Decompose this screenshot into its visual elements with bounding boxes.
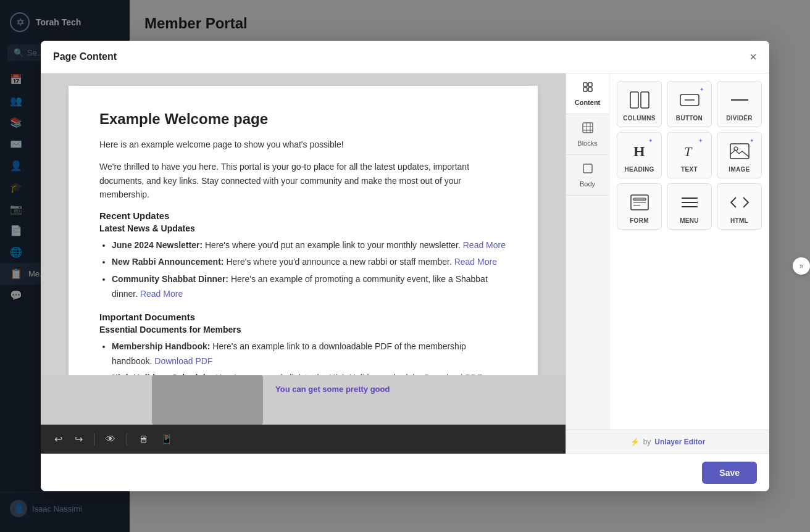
desktop-button[interactable]: 🖥 xyxy=(135,431,152,447)
modal-overlay: Page Content × Example Welcome page Here… xyxy=(0,0,810,532)
divider-icon xyxy=(730,89,749,111)
doc-1-bold: Membership Handbook: xyxy=(112,341,210,351)
html-label: HTML xyxy=(730,217,748,224)
text-icon: T xyxy=(681,140,698,162)
block-button[interactable]: BUTTON xyxy=(667,81,712,127)
panel-tab-content[interactable]: Content xyxy=(566,73,609,114)
page-intro: Here is an example welcome page to show … xyxy=(99,138,507,151)
button-icon xyxy=(680,89,699,111)
right-panel: Content xyxy=(566,73,769,454)
unlayer-footer: ⚡ by Unlayer Editor xyxy=(566,430,769,454)
svg-rect-2 xyxy=(583,88,587,91)
block-menu[interactable]: MENU xyxy=(667,183,712,230)
preview-button[interactable]: 👁 xyxy=(102,431,119,447)
svg-point-18 xyxy=(734,147,738,151)
editor-content[interactable]: Example Welcome page Here is an example … xyxy=(41,73,566,375)
update-2-link[interactable]: Read More xyxy=(454,257,497,267)
documents-list: Membership Handbook: Here's an example l… xyxy=(112,339,507,375)
block-divider[interactable]: DIVIDER xyxy=(717,81,762,127)
text-label: TEXT xyxy=(681,166,698,173)
divider-label: DIVIDER xyxy=(726,115,753,122)
update-1-link[interactable]: Read More xyxy=(463,240,506,250)
section1-heading: Recent Updates xyxy=(99,210,507,221)
list-item: Membership Handbook: Here's an example l… xyxy=(112,339,507,369)
list-item: New Rabbi Announcement: Here's where you… xyxy=(112,255,507,270)
svg-rect-10 xyxy=(630,92,638,108)
page-card: Example Welcome page Here is an example … xyxy=(69,86,538,375)
editor-preview-strip: You can get some pretty good xyxy=(41,375,566,425)
save-button[interactable]: Save xyxy=(702,462,757,484)
button-label: BUTTON xyxy=(676,115,703,122)
list-item: Community Shabbat Dinner: Here's an exam… xyxy=(112,272,507,302)
block-html[interactable]: HTML xyxy=(717,183,762,230)
redo-button[interactable]: ↪ xyxy=(71,431,86,447)
modal-close-button[interactable]: × xyxy=(749,51,757,63)
panel-tab-sidebar: Content xyxy=(566,73,609,430)
toolbar-separator xyxy=(94,433,94,446)
powered-by-text: by xyxy=(643,438,651,446)
toolbar-separator-2 xyxy=(127,433,127,446)
update-2-bold: New Rabbi Announcement: xyxy=(112,257,224,267)
svg-text:T: T xyxy=(684,144,693,159)
heading-label: HEADING xyxy=(624,166,654,173)
blocks-tab-label: Blocks xyxy=(577,139,597,147)
modal: Page Content × Example Welcome page Here… xyxy=(41,41,769,491)
update-3-link[interactable]: Read More xyxy=(140,289,183,299)
svg-rect-9 xyxy=(583,164,592,173)
form-icon xyxy=(630,191,649,214)
block-image[interactable]: IMAGE xyxy=(717,132,762,178)
content-tab-icon xyxy=(582,81,594,96)
list-item: High Holidays Schedule: Here's an exampl… xyxy=(112,371,507,375)
html-icon xyxy=(730,191,749,214)
svg-rect-17 xyxy=(730,144,749,159)
columns-icon xyxy=(630,89,649,111)
section2-heading: Important Documents xyxy=(99,312,507,322)
panel-main: COLUMNS BUTTON xyxy=(609,73,769,430)
section1-subheading: Latest News & Updates xyxy=(99,223,507,233)
panel-content: Content xyxy=(566,73,769,430)
image-label: IMAGE xyxy=(729,166,749,173)
update-1-bold: June 2024 Newsletter: xyxy=(112,240,203,250)
heading-icon: H xyxy=(631,140,648,162)
editor-area: Example Welcome page Here is an example … xyxy=(41,73,566,454)
menu-label: MENU xyxy=(680,217,699,224)
undo-button[interactable]: ↩ xyxy=(51,431,66,447)
update-3-bold: Community Shabbat Dinner: xyxy=(112,274,228,284)
page-heading: Example Welcome page xyxy=(99,110,507,128)
blocks-grid: COLUMNS BUTTON xyxy=(617,81,762,230)
block-columns[interactable]: COLUMNS xyxy=(617,81,662,127)
doc-1-link[interactable]: Download PDF xyxy=(154,356,212,366)
form-label: FORM xyxy=(630,217,649,224)
preview-image xyxy=(152,375,263,425)
modal-header: Page Content × xyxy=(41,41,769,73)
image-icon xyxy=(730,140,749,162)
lightning-icon: ⚡ xyxy=(630,438,640,446)
body-tab-label: Body xyxy=(580,180,595,188)
panel-tab-body[interactable]: Body xyxy=(566,155,609,196)
editor-toolbar: ↩ ↪ 👁 🖥 📱 xyxy=(41,425,566,454)
content-tab-label: Content xyxy=(575,99,601,106)
block-heading[interactable]: H HEADING xyxy=(617,132,662,178)
svg-text:H: H xyxy=(633,143,645,159)
svg-rect-0 xyxy=(583,83,587,86)
preview-teaser: You can get some pretty good xyxy=(275,384,390,394)
body-tab-icon xyxy=(582,162,594,178)
menu-icon xyxy=(680,191,699,214)
list-item: June 2024 Newsletter: Here's where you'd… xyxy=(112,238,507,253)
blocks-tab-icon xyxy=(582,122,594,137)
mobile-button[interactable]: 📱 xyxy=(157,431,177,447)
modal-title: Page Content xyxy=(53,51,117,62)
block-text[interactable]: T TEXT xyxy=(667,132,712,178)
page-body: We're thrilled to have you here. This po… xyxy=(99,160,507,201)
svg-rect-11 xyxy=(641,92,649,108)
block-form[interactable]: FORM xyxy=(617,183,662,230)
updates-list: June 2024 Newsletter: Here's where you'd… xyxy=(112,238,507,302)
panel-tab-blocks[interactable]: Blocks xyxy=(566,114,609,155)
modal-body: Example Welcome page Here is an example … xyxy=(41,73,769,454)
unlayer-link[interactable]: Unlayer Editor xyxy=(654,438,705,446)
modal-footer: Save xyxy=(41,454,769,491)
svg-rect-3 xyxy=(588,88,592,91)
section2-subheading: Essential Documents for Members xyxy=(99,325,507,335)
svg-rect-4 xyxy=(583,123,593,133)
columns-label: COLUMNS xyxy=(623,115,656,122)
